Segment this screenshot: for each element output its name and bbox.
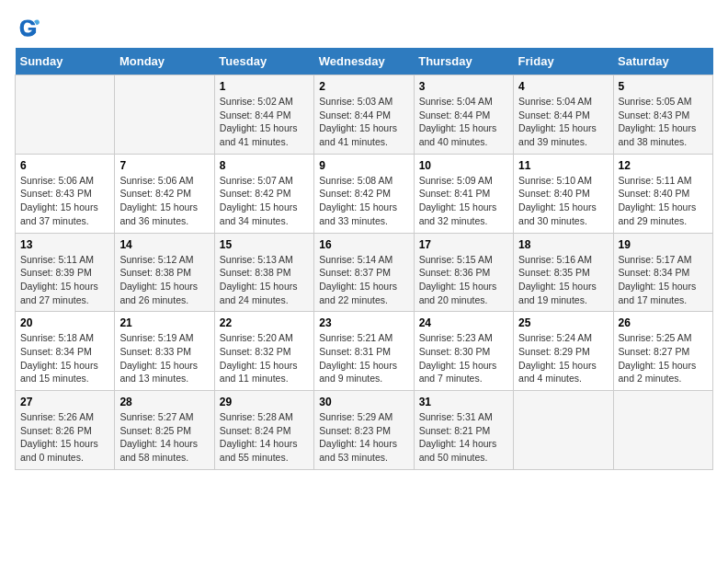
calendar-cell: 2Sunrise: 5:03 AM Sunset: 8:44 PM Daylig… (314, 75, 414, 155)
calendar-cell: 25Sunrise: 5:24 AM Sunset: 8:29 PM Dayli… (514, 312, 613, 391)
day-number: 25 (518, 316, 608, 329)
calendar-cell: 21Sunrise: 5:19 AM Sunset: 8:33 PM Dayli… (115, 312, 214, 391)
day-info: Sunrise: 5:06 AM Sunset: 8:42 PM Dayligh… (119, 174, 209, 228)
day-info: Sunrise: 5:15 AM Sunset: 8:36 PM Dayligh… (419, 253, 508, 307)
day-number: 30 (319, 396, 408, 408)
calendar-cell: 15Sunrise: 5:13 AM Sunset: 8:38 PM Dayli… (214, 233, 313, 312)
calendar-cell: 19Sunrise: 5:17 AM Sunset: 8:34 PM Dayli… (613, 233, 712, 312)
logo-icon (15, 15, 40, 40)
day-number: 23 (319, 316, 408, 329)
day-info: Sunrise: 5:04 AM Sunset: 8:44 PM Dayligh… (518, 95, 608, 149)
calendar-cell (16, 75, 115, 155)
column-header-monday: Monday (115, 48, 214, 75)
week-row-2: 6Sunrise: 5:06 AM Sunset: 8:43 PM Daylig… (16, 154, 713, 233)
day-info: Sunrise: 5:17 AM Sunset: 8:34 PM Dayligh… (619, 253, 708, 307)
day-info: Sunrise: 5:19 AM Sunset: 8:33 PM Dayligh… (119, 331, 209, 385)
day-info: Sunrise: 5:08 AM Sunset: 8:42 PM Dayligh… (319, 174, 408, 228)
day-info: Sunrise: 5:04 AM Sunset: 8:44 PM Dayligh… (419, 95, 508, 149)
calendar-cell: 16Sunrise: 5:14 AM Sunset: 8:37 PM Dayli… (314, 233, 414, 312)
calendar-cell: 5Sunrise: 5:05 AM Sunset: 8:43 PM Daylig… (613, 75, 712, 155)
day-number: 8 (220, 159, 309, 172)
day-number: 24 (419, 316, 508, 329)
day-number: 17 (419, 238, 508, 251)
calendar-cell (514, 391, 613, 470)
calendar-cell: 20Sunrise: 5:18 AM Sunset: 8:34 PM Dayli… (16, 312, 115, 391)
calendar-cell: 14Sunrise: 5:12 AM Sunset: 8:38 PM Dayli… (115, 233, 214, 312)
day-number: 6 (20, 159, 109, 172)
day-info: Sunrise: 5:03 AM Sunset: 8:44 PM Dayligh… (319, 95, 408, 149)
week-row-4: 20Sunrise: 5:18 AM Sunset: 8:34 PM Dayli… (16, 312, 713, 391)
calendar-cell: 11Sunrise: 5:10 AM Sunset: 8:40 PM Dayli… (514, 154, 613, 233)
day-number: 27 (20, 396, 109, 408)
day-info: Sunrise: 5:28 AM Sunset: 8:24 PM Dayligh… (220, 410, 309, 465)
calendar-table: SundayMondayTuesdayWednesdayThursdayFrid… (15, 48, 713, 470)
day-info: Sunrise: 5:23 AM Sunset: 8:30 PM Dayligh… (419, 331, 508, 385)
week-row-5: 27Sunrise: 5:26 AM Sunset: 8:26 PM Dayli… (16, 391, 713, 470)
calendar-cell: 23Sunrise: 5:21 AM Sunset: 8:31 PM Dayli… (314, 312, 414, 391)
day-info: Sunrise: 5:02 AM Sunset: 8:44 PM Dayligh… (220, 95, 309, 149)
calendar-cell: 7Sunrise: 5:06 AM Sunset: 8:42 PM Daylig… (115, 154, 214, 233)
day-info: Sunrise: 5:12 AM Sunset: 8:38 PM Dayligh… (119, 253, 209, 307)
day-info: Sunrise: 5:16 AM Sunset: 8:35 PM Dayligh… (518, 253, 608, 307)
day-number: 16 (319, 238, 408, 251)
day-info: Sunrise: 5:07 AM Sunset: 8:42 PM Dayligh… (220, 174, 309, 228)
day-info: Sunrise: 5:06 AM Sunset: 8:43 PM Dayligh… (20, 174, 109, 228)
calendar-cell: 18Sunrise: 5:16 AM Sunset: 8:35 PM Dayli… (514, 233, 613, 312)
week-row-1: 1Sunrise: 5:02 AM Sunset: 8:44 PM Daylig… (16, 75, 713, 155)
calendar-cell: 22Sunrise: 5:20 AM Sunset: 8:32 PM Dayli… (214, 312, 313, 391)
week-row-3: 13Sunrise: 5:11 AM Sunset: 8:39 PM Dayli… (16, 233, 713, 312)
day-info: Sunrise: 5:13 AM Sunset: 8:38 PM Dayligh… (220, 253, 309, 307)
day-info: Sunrise: 5:21 AM Sunset: 8:31 PM Dayligh… (319, 331, 408, 385)
day-number: 4 (518, 80, 608, 93)
day-number: 11 (518, 159, 608, 172)
calendar-header-row: SundayMondayTuesdayWednesdayThursdayFrid… (16, 48, 713, 75)
day-number: 12 (619, 159, 708, 172)
day-info: Sunrise: 5:18 AM Sunset: 8:34 PM Dayligh… (20, 331, 109, 385)
day-info: Sunrise: 5:11 AM Sunset: 8:40 PM Dayligh… (619, 174, 708, 228)
day-number: 10 (419, 159, 508, 172)
calendar-cell: 13Sunrise: 5:11 AM Sunset: 8:39 PM Dayli… (16, 233, 115, 312)
column-header-sunday: Sunday (16, 48, 115, 75)
column-header-thursday: Thursday (414, 48, 513, 75)
day-number: 1 (220, 80, 309, 93)
day-number: 31 (419, 396, 508, 408)
day-number: 20 (20, 316, 109, 329)
day-number: 13 (20, 238, 109, 251)
day-number: 2 (319, 80, 408, 93)
day-info: Sunrise: 5:24 AM Sunset: 8:29 PM Dayligh… (518, 331, 608, 385)
column-header-wednesday: Wednesday (314, 48, 414, 75)
day-info: Sunrise: 5:09 AM Sunset: 8:41 PM Dayligh… (419, 174, 508, 228)
day-number: 9 (319, 159, 408, 172)
day-number: 26 (619, 316, 708, 329)
day-number: 19 (619, 238, 708, 251)
day-number: 22 (220, 316, 309, 329)
calendar-cell: 8Sunrise: 5:07 AM Sunset: 8:42 PM Daylig… (214, 154, 313, 233)
day-number: 29 (220, 396, 309, 408)
logo (15, 15, 44, 40)
day-number: 28 (119, 396, 209, 408)
day-number: 7 (119, 159, 209, 172)
day-info: Sunrise: 5:20 AM Sunset: 8:32 PM Dayligh… (220, 331, 309, 385)
day-number: 21 (119, 316, 209, 329)
day-info: Sunrise: 5:11 AM Sunset: 8:39 PM Dayligh… (20, 253, 109, 307)
calendar-cell (613, 391, 712, 470)
calendar-cell: 29Sunrise: 5:28 AM Sunset: 8:24 PM Dayli… (214, 391, 313, 470)
calendar-cell (115, 75, 214, 155)
calendar-cell: 24Sunrise: 5:23 AM Sunset: 8:30 PM Dayli… (414, 312, 513, 391)
day-number: 5 (619, 80, 708, 93)
day-number: 14 (119, 238, 209, 251)
calendar-cell: 6Sunrise: 5:06 AM Sunset: 8:43 PM Daylig… (16, 154, 115, 233)
calendar-cell: 31Sunrise: 5:31 AM Sunset: 8:21 PM Dayli… (414, 391, 513, 470)
calendar-cell: 28Sunrise: 5:27 AM Sunset: 8:25 PM Dayli… (115, 391, 214, 470)
calendar-cell: 30Sunrise: 5:29 AM Sunset: 8:23 PM Dayli… (314, 391, 414, 470)
calendar-cell: 12Sunrise: 5:11 AM Sunset: 8:40 PM Dayli… (613, 154, 712, 233)
column-header-tuesday: Tuesday (214, 48, 313, 75)
calendar-cell: 26Sunrise: 5:25 AM Sunset: 8:27 PM Dayli… (613, 312, 712, 391)
day-number: 3 (419, 80, 508, 93)
day-info: Sunrise: 5:26 AM Sunset: 8:26 PM Dayligh… (20, 410, 109, 465)
calendar-cell: 10Sunrise: 5:09 AM Sunset: 8:41 PM Dayli… (414, 154, 513, 233)
calendar-cell: 4Sunrise: 5:04 AM Sunset: 8:44 PM Daylig… (514, 75, 613, 155)
day-number: 18 (518, 238, 608, 251)
day-info: Sunrise: 5:14 AM Sunset: 8:37 PM Dayligh… (319, 253, 408, 307)
day-number: 15 (220, 238, 309, 251)
